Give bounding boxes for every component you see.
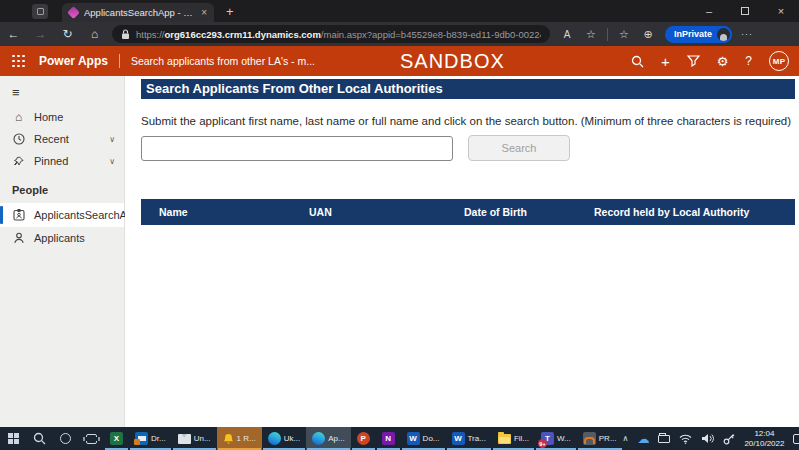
read-aloud-icon[interactable]: A bbox=[556, 29, 578, 40]
settings-gear-icon[interactable]: ⚙ bbox=[717, 55, 729, 68]
column-header-uan: UAN bbox=[291, 206, 446, 218]
search-icon bbox=[33, 432, 46, 445]
restore-icon bbox=[741, 7, 749, 15]
add-favorite-icon[interactable]: ☆ bbox=[580, 28, 602, 41]
taskbar-edge-button-2[interactable]: Ap... bbox=[306, 427, 350, 450]
chevron-down-icon[interactable]: ∨ bbox=[109, 157, 115, 166]
tab-actions-button[interactable] bbox=[32, 4, 48, 19]
avatar-silhouette-icon bbox=[720, 34, 727, 41]
screen: ApplicantsSearchApp - Power Ap × + – × ←… bbox=[0, 0, 799, 450]
tray-folder-icon[interactable] bbox=[658, 435, 670, 443]
volume-icon[interactable] bbox=[701, 433, 714, 444]
sidebar-item-label: Applicants bbox=[34, 232, 85, 244]
taskbar-excel-button[interactable]: X bbox=[104, 427, 129, 450]
address-bar[interactable]: https://org616cc293.crm11.dynamics.com/m… bbox=[112, 25, 550, 43]
sidebar-item-applicants[interactable]: Applicants bbox=[0, 227, 124, 249]
chevron-down-icon[interactable]: ∨ bbox=[109, 135, 115, 144]
sidebar-item-pinned[interactable]: Pinned ∨ bbox=[0, 150, 124, 172]
waffle-dots bbox=[12, 55, 15, 58]
extensions-icon[interactable]: ⊕ bbox=[637, 28, 659, 41]
start-button[interactable] bbox=[0, 427, 26, 450]
brand-title[interactable]: Power Apps bbox=[39, 54, 108, 68]
close-window-button[interactable]: × bbox=[763, 0, 799, 22]
sidebar-item-label: Home bbox=[34, 111, 63, 123]
taskbar-mail-button[interactable]: Un... bbox=[172, 427, 217, 450]
user-avatar[interactable]: MP bbox=[769, 51, 789, 71]
taskbar-edge-button-1[interactable]: Uk... bbox=[262, 427, 306, 450]
browser-tab[interactable]: ApplicantsSearchApp - Power Ap × bbox=[62, 3, 214, 22]
edge-icon bbox=[312, 432, 325, 445]
notification-badge: 9+ bbox=[538, 439, 547, 448]
sidebar-item-home[interactable]: ⌂ Home bbox=[0, 106, 124, 128]
system-tray: ∧ ☁ 12:0420/10/2022 bbox=[623, 429, 799, 449]
taskbar-reminder-button[interactable]: 1 R... bbox=[217, 427, 262, 450]
pin-icon bbox=[12, 156, 25, 167]
main-content: Search Applicants From Other Local Autho… bbox=[125, 76, 799, 427]
header-actions: + ⚙ ? MP bbox=[631, 51, 789, 71]
cortana-button[interactable] bbox=[52, 427, 78, 450]
applicant-name-input[interactable] bbox=[141, 136, 453, 161]
onedrive-icon[interactable]: ☁ bbox=[637, 433, 649, 445]
refresh-button[interactable]: ↻ bbox=[54, 27, 81, 41]
header-divider bbox=[119, 54, 120, 68]
inprivate-label: InPrivate bbox=[674, 29, 712, 39]
taskbar-clock[interactable]: 12:0420/10/2022 bbox=[744, 429, 784, 449]
home-button[interactable]: ⌂ bbox=[81, 27, 108, 41]
new-tab-button[interactable]: + bbox=[226, 5, 234, 18]
word-icon: W bbox=[407, 432, 420, 445]
app-launcher-icon[interactable] bbox=[12, 55, 25, 68]
favorites-icon[interactable]: ☆ bbox=[613, 28, 635, 41]
forward-button[interactable]: → bbox=[27, 27, 54, 41]
workspace: ≡ ⌂ Home Recent ∨ Pinned ∨ People bbox=[0, 76, 799, 427]
taskbar-search-button[interactable] bbox=[26, 427, 52, 450]
action-center-icon[interactable] bbox=[793, 434, 799, 444]
wifi-icon[interactable] bbox=[679, 434, 692, 444]
taskbar-word-button-1[interactable]: W Do... bbox=[401, 427, 446, 450]
url-scheme: https:// bbox=[136, 29, 165, 40]
onenote-icon: N bbox=[382, 432, 395, 445]
tab-close-icon[interactable]: × bbox=[201, 8, 207, 18]
filter-icon[interactable] bbox=[687, 55, 700, 67]
person-icon bbox=[12, 232, 25, 244]
restore-button[interactable] bbox=[727, 0, 763, 22]
taskbar-onenote-button[interactable]: N bbox=[376, 427, 401, 450]
powerapps-favicon-icon bbox=[67, 6, 80, 19]
sidebar-collapse-icon[interactable]: ≡ bbox=[0, 76, 124, 106]
add-icon[interactable]: + bbox=[661, 54, 670, 69]
search-icon[interactable] bbox=[631, 55, 644, 68]
tray-chevron-icon[interactable]: ∧ bbox=[623, 435, 629, 443]
app-title[interactable]: Search applicants from other LA's - m... bbox=[131, 55, 315, 67]
inprivate-badge[interactable]: InPrivate bbox=[665, 26, 732, 43]
url-path: /main.aspx?appid=b45529e8-b839-ed11-9db0… bbox=[321, 29, 541, 40]
search-button[interactable]: Search bbox=[468, 135, 570, 161]
taskbar-teams-button[interactable]: T 9+ W... bbox=[535, 427, 577, 450]
profile-avatar[interactable] bbox=[715, 26, 732, 43]
help-icon[interactable]: ? bbox=[745, 55, 752, 67]
app-badge-icon bbox=[12, 209, 25, 221]
outlook-icon bbox=[135, 432, 148, 445]
taskbar-outlook-button[interactable]: Dr... bbox=[129, 427, 172, 450]
key-icon[interactable] bbox=[723, 433, 735, 445]
powerpoint-icon: P bbox=[357, 432, 370, 445]
sidebar-item-applicantssearchapp[interactable]: ApplicantsSearchApp bbox=[0, 203, 124, 227]
sidebar-item-label: Recent bbox=[34, 133, 69, 145]
toolbar-divider bbox=[607, 28, 608, 41]
environment-banner: SANDBOX bbox=[400, 46, 505, 76]
taskbar: X Dr... Un... 1 R... Uk... Ap... bbox=[0, 427, 799, 450]
lock-icon bbox=[121, 29, 130, 40]
column-header-name: Name bbox=[141, 206, 291, 218]
sidebar-item-recent[interactable]: Recent ∨ bbox=[0, 128, 124, 150]
taskbar-powerpoint-button[interactable]: P bbox=[351, 427, 376, 450]
minimize-button[interactable]: – bbox=[691, 0, 727, 22]
task-view-button[interactable] bbox=[78, 427, 104, 450]
taskbar-word-button-2[interactable]: W Tra... bbox=[446, 427, 492, 450]
sidebar-item-label: Pinned bbox=[34, 155, 68, 167]
taskbar-explorer-button[interactable]: Fil... bbox=[492, 427, 535, 450]
tab-actions-icon bbox=[37, 8, 44, 15]
windows-logo-icon bbox=[8, 433, 19, 444]
taskbar-pr-app-button[interactable]: PR... bbox=[577, 427, 623, 450]
browser-menu-icon[interactable]: ··· bbox=[734, 29, 760, 39]
back-button[interactable]: ← bbox=[0, 27, 27, 41]
column-header-dob: Date of Birth bbox=[446, 206, 576, 218]
search-row: Search bbox=[141, 135, 795, 161]
